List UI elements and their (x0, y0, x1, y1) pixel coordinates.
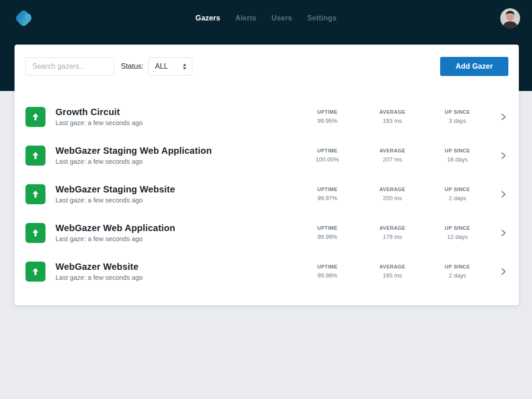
gazer-info: WebGazer Web Application Last gaze: a fe… (55, 223, 298, 242)
up-since-value: 16 days (428, 156, 487, 163)
chevron-right-icon[interactable] (500, 113, 507, 121)
gazer-name: WebGazer Staging Website (55, 184, 298, 195)
up-since-value: 12 days (428, 233, 487, 240)
status-up-icon (25, 107, 45, 127)
average-value: 165 ms (363, 272, 422, 279)
gazer-last-gaze: Last gaze: a few seconds ago (55, 158, 298, 165)
gazers-panel: Status: ALL Add Gazer Growth Circuit Las… (15, 45, 519, 305)
gazer-info: WebGazer Website Last gaze: a few second… (55, 262, 298, 281)
average-stat: AVERAGE 200 ms (363, 187, 422, 202)
gazer-name: WebGazer Web Application (55, 223, 298, 233)
average-value: 179 ms (363, 233, 422, 240)
average-label: AVERAGE (363, 264, 422, 269)
search-input[interactable] (25, 57, 114, 76)
uptime-label: UPTIME (298, 264, 357, 269)
uptime-value: 99.95% (298, 117, 357, 124)
gazer-row[interactable]: WebGazer Website Last gaze: a few second… (25, 252, 508, 291)
add-gazer-button[interactable]: Add Gazer (440, 57, 508, 76)
status-up-icon (25, 262, 45, 282)
chevron-right-icon[interactable] (500, 229, 507, 237)
gazers-toolbar: Status: ALL Add Gazer (25, 57, 508, 76)
uptime-value: 100.00% (298, 156, 357, 163)
gazer-name: WebGazer Staging Web Application (55, 146, 298, 156)
gazer-info: WebGazer Staging Web Application Last ga… (55, 146, 298, 165)
average-stat: AVERAGE 207 ms (363, 148, 422, 163)
nav-item-settings[interactable]: Settings (307, 14, 336, 22)
uptime-stat: UPTIME 99.98% (298, 264, 357, 279)
up-since-stat: UP SINCE 16 days (428, 148, 487, 163)
gazer-list: Growth Circuit Last gaze: a few seconds … (25, 97, 508, 291)
up-since-value: 2 days (428, 272, 487, 279)
app-logo-icon[interactable] (13, 7, 35, 29)
up-since-value: 3 days (428, 117, 487, 124)
chevron-right-icon[interactable] (500, 268, 507, 276)
gazer-last-gaze: Last gaze: a few seconds ago (55, 235, 298, 242)
uptime-stat: UPTIME 99.95% (298, 109, 357, 124)
uptime-value: 99.99% (298, 233, 357, 240)
up-since-label: UP SINCE (428, 148, 487, 153)
uptime-stat: UPTIME 99.97% (298, 187, 357, 202)
gazer-info: Growth Circuit Last gaze: a few seconds … (55, 107, 298, 126)
uptime-label: UPTIME (298, 187, 357, 192)
up-since-label: UP SINCE (428, 225, 487, 231)
uptime-stat: UPTIME 99.99% (298, 225, 357, 240)
average-label: AVERAGE (363, 187, 422, 192)
up-since-label: UP SINCE (428, 109, 487, 115)
status-up-icon (25, 223, 45, 243)
chevron-right-icon[interactable] (500, 190, 507, 198)
gazer-row[interactable]: WebGazer Staging Website Last gaze: a fe… (25, 175, 508, 213)
gazer-name: WebGazer Website (55, 262, 298, 272)
average-label: AVERAGE (363, 109, 422, 115)
uptime-label: UPTIME (298, 225, 357, 231)
average-stat: AVERAGE 165 ms (363, 264, 422, 279)
gazer-last-gaze: Last gaze: a few seconds ago (55, 274, 298, 281)
chevron-right-icon[interactable] (500, 152, 507, 160)
gazer-row[interactable]: Growth Circuit Last gaze: a few seconds … (25, 97, 508, 136)
up-since-stat: UP SINCE 12 days (428, 225, 487, 240)
status-filter-select[interactable]: ALL (148, 57, 192, 76)
main-nav: Gazers Alerts Users Settings (196, 14, 336, 22)
nav-item-users[interactable]: Users (271, 14, 292, 22)
uptime-stat: UPTIME 100.00% (298, 148, 357, 163)
gazer-row[interactable]: WebGazer Web Application Last gaze: a fe… (25, 213, 508, 252)
up-since-stat: UP SINCE 3 days (428, 109, 487, 124)
gazer-row[interactable]: WebGazer Staging Web Application Last ga… (25, 136, 508, 175)
top-navbar: Gazers Alerts Users Settings (0, 0, 532, 36)
nav-item-alerts[interactable]: Alerts (235, 14, 256, 22)
up-since-stat: UP SINCE 2 days (428, 187, 487, 202)
uptime-label: UPTIME (298, 148, 357, 153)
uptime-value: 99.98% (298, 272, 357, 279)
average-stat: AVERAGE 179 ms (363, 225, 422, 240)
average-value: 207 ms (363, 156, 422, 163)
average-value: 193 ms (363, 117, 422, 124)
status-filter-label: Status: (121, 62, 144, 71)
nav-item-gazers[interactable]: Gazers (196, 14, 221, 22)
uptime-label: UPTIME (298, 109, 357, 115)
uptime-value: 99.97% (298, 195, 357, 202)
average-value: 200 ms (363, 195, 422, 202)
up-since-value: 2 days (428, 195, 487, 202)
up-since-label: UP SINCE (428, 264, 487, 269)
user-avatar[interactable] (500, 8, 520, 28)
up-since-stat: UP SINCE 2 days (428, 264, 487, 279)
up-since-label: UP SINCE (428, 187, 487, 192)
average-label: AVERAGE (363, 148, 422, 153)
gazer-name: Growth Circuit (55, 107, 298, 117)
gazer-info: WebGazer Staging Website Last gaze: a fe… (55, 184, 298, 204)
average-stat: AVERAGE 193 ms (363, 109, 422, 124)
status-up-icon (25, 146, 45, 166)
gazer-last-gaze: Last gaze: a few seconds ago (55, 197, 298, 204)
select-updown-icon (183, 64, 186, 70)
gazer-last-gaze: Last gaze: a few seconds ago (55, 119, 298, 126)
status-filter-value: ALL (155, 62, 168, 71)
average-label: AVERAGE (363, 225, 422, 231)
status-up-icon (25, 184, 45, 204)
